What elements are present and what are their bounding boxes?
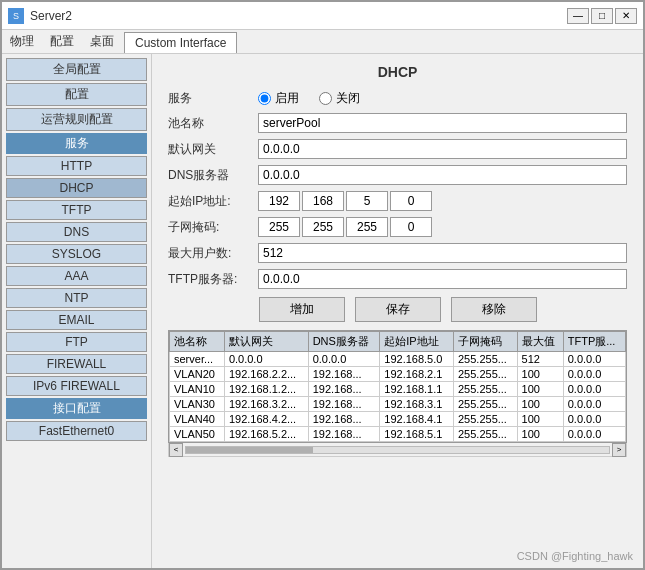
table-row[interactable]: VLAN30192.168.3.2...192.168...192.168.3.… [170, 397, 626, 412]
col-gw: 默认网关 [224, 332, 308, 352]
table-cell: 255.255... [453, 427, 517, 442]
table-cell: 100 [517, 397, 563, 412]
dns-input[interactable] [258, 165, 627, 185]
sidebar-section-interface: 接口配置 [6, 398, 147, 419]
sidebar-item-firewall[interactable]: FIREWALL [6, 354, 147, 374]
max-users-input[interactable] [258, 243, 627, 263]
table-cell: 255.255... [453, 352, 517, 367]
start-ip-2[interactable] [302, 191, 344, 211]
table-cell: 0.0.0.0 [563, 397, 625, 412]
pool-name-label: 池名称 [168, 115, 258, 132]
sidebar-item-fastethernet[interactable]: FastEthernet0 [6, 421, 147, 441]
subnet-1[interactable] [258, 217, 300, 237]
menu-bar: 物理 配置 桌面 Custom Interface [2, 30, 643, 54]
table-scrollbar[interactable]: < > [168, 443, 627, 457]
table-cell: 192.168.3.2... [224, 397, 308, 412]
table-cell: 100 [517, 367, 563, 382]
sidebar-item-dhcp[interactable]: DHCP [6, 178, 147, 198]
app-icon: S [8, 8, 24, 24]
default-gw-input[interactable] [258, 139, 627, 159]
start-ip-3[interactable] [346, 191, 388, 211]
table-cell: 255.255... [453, 382, 517, 397]
sidebar-item-syslog[interactable]: SYSLOG [6, 244, 147, 264]
sidebar: 全局配置 配置 运营规则配置 服务 HTTP DHCP TFTP DNS SYS… [2, 54, 152, 568]
sidebar-section-service: 服务 [6, 133, 147, 154]
subnet-4[interactable] [390, 217, 432, 237]
dhcp-title: DHCP [168, 64, 627, 80]
table-cell: 100 [517, 412, 563, 427]
sidebar-item-tftp[interactable]: TFTP [6, 200, 147, 220]
table-row[interactable]: VLAN50192.168.5.2...192.168...192.168.5.… [170, 427, 626, 442]
start-ip-1[interactable] [258, 191, 300, 211]
close-button[interactable]: ✕ [615, 8, 637, 24]
table-cell: 192.168.3.1 [380, 397, 454, 412]
pool-name-input[interactable] [258, 113, 627, 133]
dns-label: DNS服务器 [168, 167, 258, 184]
content-panel: DHCP 服务 启用 关闭 池名称 [152, 54, 643, 568]
tab-custom-interface[interactable]: Custom Interface [124, 32, 237, 53]
radio-on[interactable]: 启用 [258, 90, 299, 107]
title-bar: S Server2 — □ ✕ [2, 2, 643, 30]
dhcp-table: 池名称 默认网关 DNS服务器 起始IP地址 子网掩码 最大值 TFTP服...… [169, 331, 626, 442]
subnet-label: 子网掩码: [168, 219, 258, 236]
dns-row: DNS服务器 [168, 165, 627, 185]
col-max: 最大值 [517, 332, 563, 352]
scrollbar-track[interactable] [185, 446, 610, 454]
menu-item-physics[interactable]: 物理 [2, 30, 42, 53]
maximize-button[interactable]: □ [591, 8, 613, 24]
minimize-button[interactable]: — [567, 8, 589, 24]
table-cell: 192.168.5.2... [224, 427, 308, 442]
table-cell: 0.0.0.0 [563, 427, 625, 442]
table-cell: 192.168.2.1 [380, 367, 454, 382]
radio-off-input[interactable] [319, 92, 332, 105]
subnet-3[interactable] [346, 217, 388, 237]
table-cell: 192.168.1.2... [224, 382, 308, 397]
radio-off[interactable]: 关闭 [319, 90, 360, 107]
subnet-2[interactable] [302, 217, 344, 237]
sidebar-item-quanju[interactable]: 全局配置 [6, 58, 147, 81]
tftp-input[interactable] [258, 269, 627, 289]
add-button[interactable]: 增加 [259, 297, 345, 322]
scroll-right-arrow[interactable]: > [612, 443, 626, 457]
sidebar-item-ntp[interactable]: NTP [6, 288, 147, 308]
sidebar-item-ipv6firewall[interactable]: IPv6 FIREWALL [6, 376, 147, 396]
table-cell: server... [170, 352, 225, 367]
table-row[interactable]: VLAN10192.168.1.2...192.168...192.168.1.… [170, 382, 626, 397]
table-cell: VLAN40 [170, 412, 225, 427]
sidebar-item-email[interactable]: EMAIL [6, 310, 147, 330]
menu-item-config[interactable]: 配置 [42, 30, 82, 53]
table-cell: VLAN50 [170, 427, 225, 442]
sidebar-item-dns[interactable]: DNS [6, 222, 147, 242]
dhcp-table-container: 池名称 默认网关 DNS服务器 起始IP地址 子网掩码 最大值 TFTP服...… [168, 330, 627, 443]
main-area: 全局配置 配置 运营规则配置 服务 HTTP DHCP TFTP DNS SYS… [2, 54, 643, 568]
scroll-left-arrow[interactable]: < [169, 443, 183, 457]
table-cell: VLAN10 [170, 382, 225, 397]
table-cell: 192.168... [308, 427, 380, 442]
table-cell: 0.0.0.0 [563, 352, 625, 367]
table-cell: 192.168.1.1 [380, 382, 454, 397]
table-cell: 192.168... [308, 412, 380, 427]
table-row[interactable]: VLAN40192.168.4.2...192.168...192.168.4.… [170, 412, 626, 427]
radio-on-input[interactable] [258, 92, 271, 105]
radio-off-label: 关闭 [336, 90, 360, 107]
max-users-label: 最大用户数: [168, 245, 258, 262]
table-cell: 192.168.4.1 [380, 412, 454, 427]
action-buttons: 增加 保存 移除 [168, 297, 627, 322]
sidebar-item-peizhi[interactable]: 配置 [6, 83, 147, 106]
table-row[interactable]: server...0.0.0.00.0.0.0192.168.5.0255.25… [170, 352, 626, 367]
save-button[interactable]: 保存 [355, 297, 441, 322]
sidebar-item-aaa[interactable]: AAA [6, 266, 147, 286]
sidebar-item-http[interactable]: HTTP [6, 156, 147, 176]
table-cell: 0.0.0.0 [563, 382, 625, 397]
watermark: CSDN @Fighting_hawk [517, 550, 633, 562]
table-cell: 255.255... [453, 397, 517, 412]
table-cell: VLAN20 [170, 367, 225, 382]
sidebar-item-ftp[interactable]: FTP [6, 332, 147, 352]
table-row[interactable]: VLAN20192.168.2.2...192.168...192.168.2.… [170, 367, 626, 382]
col-tftp: TFTP服... [563, 332, 625, 352]
sidebar-item-yunying[interactable]: 运营规则配置 [6, 108, 147, 131]
remove-button[interactable]: 移除 [451, 297, 537, 322]
menu-item-desktop[interactable]: 桌面 [82, 30, 122, 53]
table-cell: 192.168... [308, 397, 380, 412]
start-ip-4[interactable] [390, 191, 432, 211]
